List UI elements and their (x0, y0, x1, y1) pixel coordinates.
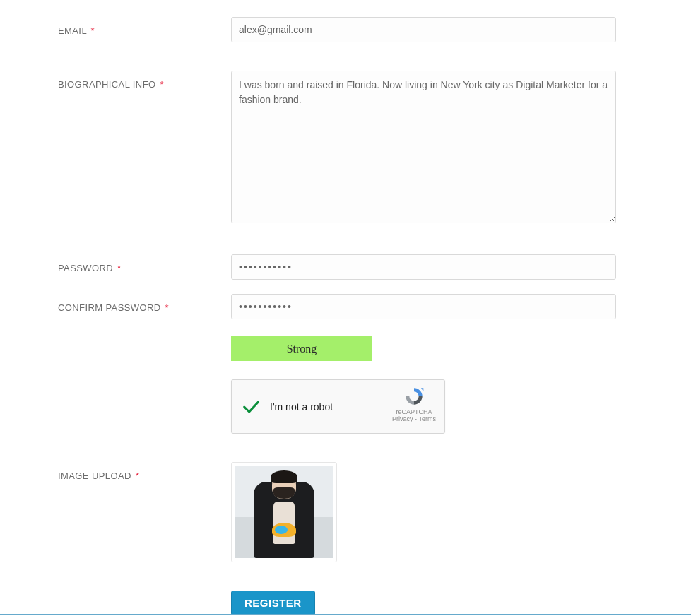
required-marker: * (136, 470, 139, 481)
required-marker: * (160, 79, 164, 90)
label-bio: BIOGRAPHICAL INFO * (58, 71, 231, 90)
label-confirm-text: CONFIRM PASSWORD (58, 302, 161, 313)
field-email (231, 17, 616, 42)
required-marker: * (165, 302, 169, 313)
required-marker: * (117, 263, 121, 273)
row-strength: Strong (58, 333, 616, 361)
captcha-links: Privacy - Terms (391, 415, 437, 422)
captcha-privacy-link[interactable]: Privacy (392, 415, 413, 422)
row-image-upload: IMAGE UPLOAD * (58, 462, 616, 562)
confirm-password-input[interactable] (231, 294, 616, 319)
svg-marker-0 (421, 388, 423, 391)
label-email-text: EMAIL (58, 25, 87, 36)
avatar-image (235, 466, 333, 558)
email-input[interactable] (231, 17, 616, 42)
spacer-strength (58, 333, 231, 342)
captcha-branding: reCAPTCHA Privacy - Terms (391, 386, 437, 422)
registration-form: EMAIL * BIOGRAPHICAL INFO * PASSWORD * C… (58, 17, 616, 615)
field-strength: Strong (231, 333, 616, 361)
label-password: PASSWORD * (58, 254, 231, 273)
row-bio: BIOGRAPHICAL INFO * (58, 71, 616, 226)
checkmark-icon (240, 396, 261, 417)
spacer-captcha (58, 379, 231, 388)
spacer-submit (58, 591, 231, 599)
label-email: EMAIL * (58, 17, 231, 36)
captcha-terms-link[interactable]: Terms (418, 415, 436, 422)
password-strength-badge: Strong (231, 336, 372, 361)
label-confirm: CONFIRM PASSWORD * (58, 294, 231, 313)
captcha-brand-text: reCAPTCHA (391, 408, 437, 415)
row-submit: REGISTER (58, 591, 616, 615)
row-confirm: CONFIRM PASSWORD * (58, 294, 616, 319)
recaptcha-icon (401, 386, 427, 407)
field-bio (231, 71, 616, 226)
register-button[interactable]: REGISTER (231, 591, 315, 615)
label-password-text: PASSWORD (58, 263, 113, 273)
row-captcha: I'm not a robot reCAPTCHA Privacy - (58, 379, 616, 434)
row-password: PASSWORD * (58, 254, 616, 280)
recaptcha-widget[interactable]: I'm not a robot reCAPTCHA Privacy - (231, 379, 445, 434)
field-image-upload (231, 462, 616, 562)
captcha-label: I'm not a robot (270, 401, 333, 413)
bio-textarea[interactable] (231, 71, 616, 223)
field-submit: REGISTER (231, 591, 616, 615)
field-captcha: I'm not a robot reCAPTCHA Privacy - (231, 379, 616, 434)
label-bio-text: BIOGRAPHICAL INFO (58, 79, 156, 90)
required-marker: * (91, 25, 95, 36)
upload-thumbnail[interactable] (231, 462, 337, 562)
label-image-upload-text: IMAGE UPLOAD (58, 470, 131, 481)
password-input[interactable] (231, 254, 616, 280)
field-confirm (231, 294, 616, 319)
footer-divider (0, 614, 691, 615)
row-email: EMAIL * (58, 17, 616, 42)
field-password (231, 254, 616, 280)
label-image-upload: IMAGE UPLOAD * (58, 462, 231, 481)
